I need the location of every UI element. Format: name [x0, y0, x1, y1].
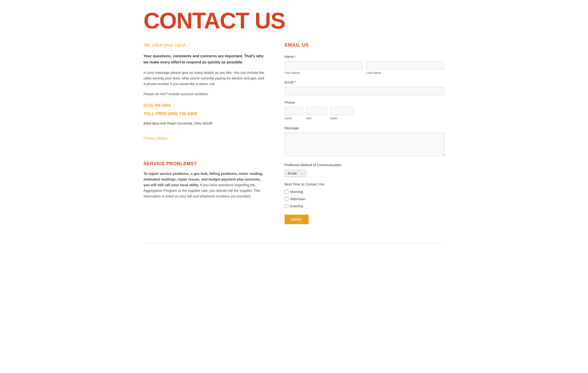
evening-label: Evening	[290, 203, 303, 209]
name-group: Name * First Name Last Name	[284, 54, 444, 75]
afternoon-checkbox[interactable]	[284, 197, 288, 201]
phone-area-field: (###)	[284, 107, 304, 121]
service-problems-title: SERVICE PROBLEMS?	[144, 160, 266, 167]
send-button[interactable]: SEND	[284, 215, 309, 224]
afternoon-label: Afternoon	[290, 196, 305, 202]
bottom-divider	[144, 243, 444, 243]
service-problems-text: To report service problems, a gas leak, …	[144, 171, 266, 199]
service-problems-section: SERVICE PROBLEMS? To report service prob…	[144, 160, 266, 199]
main-content: We value your input... Your questions, c…	[144, 41, 444, 229]
phone-last-sub-label: ####	[330, 116, 354, 121]
phone-mid-sub-label: ###	[306, 116, 327, 121]
page-title: CONTACT US	[144, 10, 444, 32]
best-time-label: Best Time to Contact You	[284, 182, 444, 187]
last-name-sub-label: Last Name	[367, 71, 444, 75]
name-label: Name *	[284, 54, 444, 60]
preferred-method-label: Preferred Method of Communication	[284, 162, 444, 168]
message-label: Message	[284, 125, 444, 131]
evening-checkbox[interactable]	[284, 204, 288, 208]
phone-area-input[interactable]	[284, 107, 304, 115]
first-name-input[interactable]	[284, 61, 363, 70]
phone-mid-field: ###	[306, 107, 327, 121]
phone-link[interactable]: (513) 794-5555	[144, 102, 266, 109]
phone-area-sub-label: (###)	[284, 116, 304, 121]
checkbox-group: Morning Afternoon Evening	[284, 189, 444, 209]
intro-text: In your message please give as many deta…	[144, 70, 266, 87]
no-account-notice: Please do NOT include account numbers.	[144, 91, 266, 97]
phone-last-field: ####	[330, 107, 354, 121]
privacy-notice-link[interactable]: Privacy Notice	[144, 136, 168, 141]
select-wrapper: Email Phone ⌄	[284, 170, 306, 177]
morning-checkbox[interactable]	[284, 190, 288, 194]
left-column: We value your input... Your questions, c…	[144, 41, 266, 199]
best-time-group: Best Time to Contact You Morning Afterno…	[284, 182, 444, 224]
phone-last-input[interactable]	[330, 107, 354, 115]
phone-row: (###) ### ####	[284, 107, 444, 121]
first-name-sub-label: First Name	[284, 71, 363, 75]
checkbox-morning: Morning	[284, 189, 444, 195]
checkbox-afternoon: Afternoon	[284, 196, 444, 202]
value-tagline: We value your input...	[144, 41, 266, 48]
phone-mid-input[interactable]	[306, 107, 327, 115]
name-row: First Name Last Name	[284, 61, 444, 75]
checkbox-evening: Evening	[284, 203, 444, 209]
email-group: Email *	[284, 80, 444, 95]
right-column: EMAIL US Name * First Name Last Name	[284, 41, 444, 229]
last-name-field: Last Name	[367, 61, 444, 75]
toll-free-link[interactable]: TOLL FREE (800) 735-0359	[144, 111, 266, 117]
phone-label: Phone	[284, 100, 444, 105]
email-us-title: EMAIL US	[284, 41, 444, 48]
first-name-field: First Name	[284, 61, 363, 75]
email-input[interactable]	[284, 87, 444, 95]
message-textarea[interactable]	[284, 132, 444, 156]
preferred-method-select[interactable]: Email Phone	[284, 170, 306, 177]
email-label: Email *	[284, 80, 444, 85]
morning-label: Morning	[290, 189, 303, 195]
phone-group: Phone (###) ### ####	[284, 100, 444, 121]
page-container: CONTACT US We value your input... Your q…	[129, 0, 459, 257]
address: 8469 Blue Ash Road Cincinnati, Ohio 4523…	[144, 121, 266, 126]
message-group: Message	[284, 125, 444, 158]
last-name-input[interactable]	[367, 61, 444, 70]
preferred-method-group: Preferred Method of Communication Email …	[284, 162, 444, 177]
intro-bold: Your questions, comments and concerns ar…	[144, 53, 266, 65]
